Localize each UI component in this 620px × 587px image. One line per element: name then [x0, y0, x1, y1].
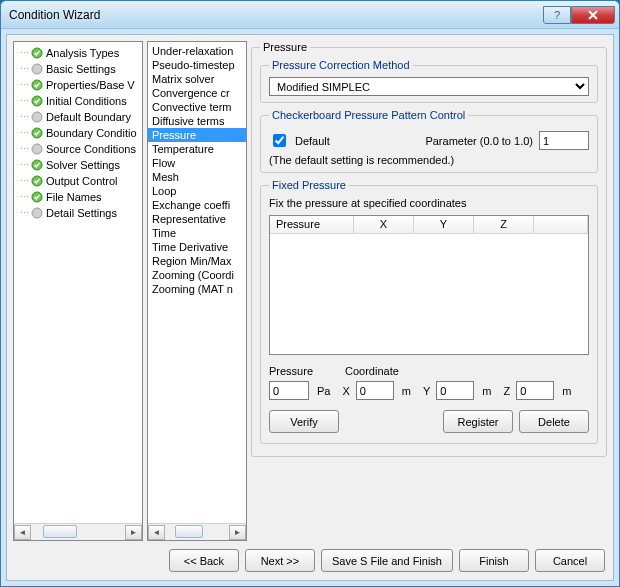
status-icon — [31, 111, 43, 123]
back-button[interactable]: << Back — [169, 549, 239, 572]
tree-item-label: Analysis Types — [46, 47, 119, 59]
list-item[interactable]: Under-relaxation — [148, 44, 246, 58]
coord-table[interactable]: Pressure X Y Z — [269, 215, 589, 355]
list-hscroll[interactable]: ◄ ► — [148, 523, 246, 540]
col-z[interactable]: Z — [474, 216, 534, 234]
col-x[interactable]: X — [354, 216, 414, 234]
coord-y-input[interactable] — [436, 381, 474, 400]
list-item[interactable]: Convergence cr — [148, 86, 246, 100]
x-unit: m — [402, 385, 411, 397]
tree-branch-icon: ⋯ — [20, 160, 29, 170]
list-item[interactable]: Loop — [148, 184, 246, 198]
close-icon — [587, 10, 599, 20]
detail-panel: Pressure Pressure Correction Method Modi… — [251, 41, 607, 541]
col-y[interactable]: Y — [414, 216, 474, 234]
pressure-field-label: Pressure — [269, 365, 339, 377]
tree-item-label: Default Boundary — [46, 111, 131, 123]
status-icon — [31, 191, 43, 203]
list-item[interactable]: Pseudo-timestep — [148, 58, 246, 72]
svg-point-4 — [32, 112, 42, 122]
tree-item-label: Initial Conditions — [46, 95, 127, 107]
correction-method-select[interactable]: Modified SIMPLEC — [269, 77, 589, 96]
tree-item[interactable]: ⋯Solver Settings — [14, 157, 142, 173]
tree-item-label: Properties/Base V — [46, 79, 135, 91]
tree-item[interactable]: ⋯Basic Settings — [14, 61, 142, 77]
tree-branch-icon: ⋯ — [20, 64, 29, 74]
settings-list[interactable]: Under-relaxationPseudo-timestepMatrix so… — [148, 42, 246, 523]
status-icon — [31, 143, 43, 155]
save-and-finish-button[interactable]: Save S File and Finish — [321, 549, 453, 572]
tree-hscroll[interactable]: ◄ ► — [14, 523, 142, 540]
nav-tree-panel: ⋯Analysis Types⋯Basic Settings⋯Propertie… — [13, 41, 143, 541]
list-item[interactable]: Zooming (MAT n — [148, 282, 246, 296]
coord-table-body — [270, 234, 588, 354]
titlebar: Condition Wizard ? — [1, 1, 619, 29]
z-label: Z — [504, 385, 511, 397]
register-button[interactable]: Register — [443, 410, 513, 433]
svg-point-1 — [32, 64, 42, 74]
tree-item[interactable]: ⋯Output Control — [14, 173, 142, 189]
help-button[interactable]: ? — [543, 6, 571, 24]
list-item[interactable]: Time Derivative — [148, 240, 246, 254]
tree-item-label: Source Conditions — [46, 143, 136, 155]
checkerboard-group: Checkerboard Pressure Pattern Control De… — [260, 109, 598, 173]
scroll-thumb[interactable] — [175, 525, 203, 538]
status-icon — [31, 207, 43, 219]
list-item[interactable]: Time — [148, 226, 246, 240]
settings-list-panel: Under-relaxationPseudo-timestepMatrix so… — [147, 41, 247, 541]
fixed-pressure-group: Fixed Pressure Fix the pressure at speci… — [260, 179, 598, 444]
scroll-right-button[interactable]: ► — [229, 525, 246, 540]
tree-item[interactable]: ⋯Boundary Conditio — [14, 125, 142, 141]
scroll-left-button[interactable]: ◄ — [14, 525, 31, 540]
scroll-right-button[interactable]: ► — [125, 525, 142, 540]
pressure-group: Pressure Pressure Correction Method Modi… — [251, 41, 607, 457]
tree-item-label: Basic Settings — [46, 63, 116, 75]
x-label: X — [342, 385, 349, 397]
list-item[interactable]: Diffusive terms — [148, 114, 246, 128]
tree-item[interactable]: ⋯Analysis Types — [14, 45, 142, 61]
finish-button[interactable]: Finish — [459, 549, 529, 572]
tree-branch-icon: ⋯ — [20, 128, 29, 138]
status-icon — [31, 95, 43, 107]
tree-item[interactable]: ⋯Detail Settings — [14, 205, 142, 221]
list-item[interactable]: Exchange coeffi — [148, 198, 246, 212]
z-unit: m — [562, 385, 571, 397]
list-item[interactable]: Matrix solver — [148, 72, 246, 86]
tree-item[interactable]: ⋯File Names — [14, 189, 142, 205]
list-item[interactable]: Temperature — [148, 142, 246, 156]
list-item[interactable]: Region Min/Max — [148, 254, 246, 268]
list-item[interactable]: Flow — [148, 156, 246, 170]
default-label: Default — [295, 135, 330, 147]
list-item[interactable]: Zooming (Coordi — [148, 268, 246, 282]
delete-button[interactable]: Delete — [519, 410, 589, 433]
coord-z-input[interactable] — [516, 381, 554, 400]
default-checkbox[interactable] — [273, 134, 286, 147]
list-item[interactable]: Representative — [148, 212, 246, 226]
status-icon — [31, 79, 43, 91]
tree-item[interactable]: ⋯Default Boundary — [14, 109, 142, 125]
status-icon — [31, 63, 43, 75]
cancel-button[interactable]: Cancel — [535, 549, 605, 572]
checkerboard-note: (The default setting is recommended.) — [269, 154, 589, 166]
scroll-thumb[interactable] — [43, 525, 77, 538]
tree-item[interactable]: ⋯Properties/Base V — [14, 77, 142, 93]
pressure-input[interactable] — [269, 381, 309, 400]
correction-method-group: Pressure Correction Method Modified SIMP… — [260, 59, 598, 103]
next-button[interactable]: Next >> — [245, 549, 315, 572]
y-unit: m — [482, 385, 491, 397]
nav-tree[interactable]: ⋯Analysis Types⋯Basic Settings⋯Propertie… — [14, 42, 142, 523]
coord-x-input[interactable] — [356, 381, 394, 400]
tree-item[interactable]: ⋯Source Conditions — [14, 141, 142, 157]
condition-wizard-window: Condition Wizard ? ⋯Analysis Types⋯Basic… — [0, 0, 620, 587]
list-item[interactable]: Convective term — [148, 100, 246, 114]
parameter-input[interactable] — [539, 131, 589, 150]
list-item[interactable]: Mesh — [148, 170, 246, 184]
verify-button[interactable]: Verify — [269, 410, 339, 433]
list-item[interactable]: Pressure — [148, 128, 246, 142]
tree-item[interactable]: ⋯Initial Conditions — [14, 93, 142, 109]
scroll-left-button[interactable]: ◄ — [148, 525, 165, 540]
col-pressure[interactable]: Pressure — [270, 216, 354, 234]
close-button[interactable] — [571, 6, 615, 24]
status-icon — [31, 127, 43, 139]
tree-branch-icon: ⋯ — [20, 80, 29, 90]
